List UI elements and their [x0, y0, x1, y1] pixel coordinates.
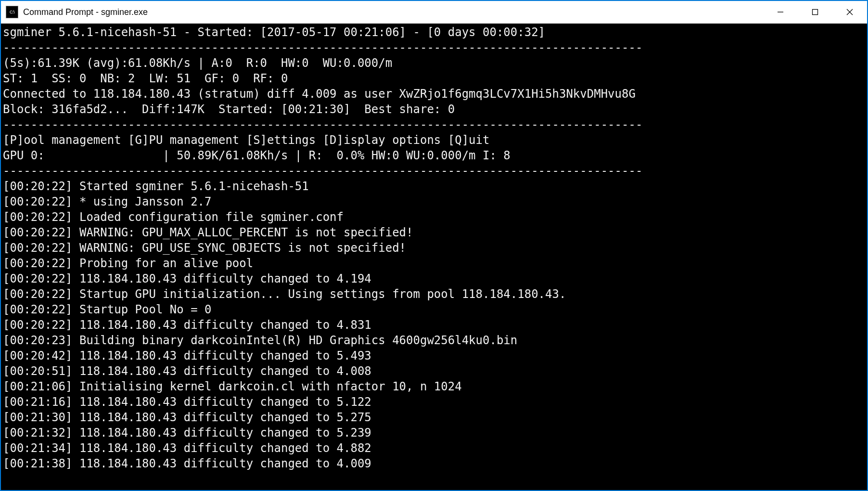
terminal-output[interactable]: sgminer 5.6.1-nicehash-51 - Started: [20…	[1, 24, 867, 490]
st-line: ST: 1 SS: 0 NB: 2 LW: 51 GF: 0 RF: 0	[3, 72, 288, 85]
svg-rect-1	[813, 10, 818, 15]
log-line: [00:20:22] Loaded configuration file sgm…	[3, 210, 344, 224]
block-line: Block: 316fa5d2... Diff:147K Started: [0…	[3, 103, 455, 116]
close-icon	[846, 8, 854, 16]
log-line: [00:20:42] 118.184.180.43 difficulty cha…	[3, 349, 371, 362]
cmd-icon: C:\	[6, 6, 18, 18]
app-window: C:\ Command Prompt - sgminer.exe sgminer…	[0, 0, 868, 491]
menu-line: [P]ool management [G]PU management [S]et…	[3, 133, 489, 147]
log-line: [00:20:23] Building binary darkcoinIntel…	[3, 334, 517, 347]
close-button[interactable]	[832, 1, 867, 23]
log-line: [00:20:22] * using Jansson 2.7	[3, 195, 211, 208]
log-line: [00:20:22] Startup Pool No = 0	[3, 303, 211, 316]
divider: ----------------------------------------…	[3, 164, 642, 178]
titlebar-left: C:\ Command Prompt - sgminer.exe	[1, 6, 148, 18]
gpu-line: GPU 0: | 50.89K/61.08Kh/s | R: 0.0% HW:0…	[3, 149, 511, 162]
window-controls	[763, 1, 867, 23]
log-line: [00:21:32] 118.184.180.43 difficulty cha…	[3, 426, 371, 439]
window-title: Command Prompt - sgminer.exe	[23, 7, 148, 17]
stats-line: (5s):61.39K (avg):61.08Kh/s | A:0 R:0 HW…	[3, 56, 392, 70]
log-line: [00:20:51] 118.184.180.43 difficulty cha…	[3, 364, 371, 378]
log-line: [00:21:30] 118.184.180.43 difficulty cha…	[3, 411, 371, 424]
log-line: [00:21:38] 118.184.180.43 difficulty cha…	[3, 457, 371, 470]
log-line: [00:20:22] 118.184.180.43 difficulty cha…	[3, 272, 371, 285]
header-line: sgminer 5.6.1-nicehash-51 - Started: [20…	[3, 26, 545, 39]
log-line: [00:21:06] Initialising kernel darkcoin.…	[3, 380, 462, 393]
divider: ----------------------------------------…	[3, 41, 642, 54]
log-line: [00:20:22] WARNING: GPU_USE_SYNC_OBJECTS…	[3, 241, 406, 255]
maximize-icon	[812, 9, 818, 15]
log-line: [00:21:34] 118.184.180.43 difficulty cha…	[3, 441, 371, 455]
log-line: [00:20:22] Startup GPU initialization...…	[3, 287, 566, 301]
log-line: [00:21:16] 118.184.180.43 difficulty cha…	[3, 395, 371, 409]
connected-line: Connected to 118.184.180.43 (stratum) di…	[3, 87, 636, 101]
log-line: [00:20:22] WARNING: GPU_MAX_ALLOC_PERCEN…	[3, 226, 413, 239]
titlebar[interactable]: C:\ Command Prompt - sgminer.exe	[1, 1, 867, 24]
divider: ----------------------------------------…	[3, 118, 642, 131]
log-line: [00:20:22] Started sgminer 5.6.1-nicehas…	[3, 180, 309, 193]
log-line: [00:20:22] 118.184.180.43 difficulty cha…	[3, 318, 371, 332]
maximize-button[interactable]	[798, 1, 832, 23]
log-line: [00:20:22] Probing for an alive pool	[3, 257, 253, 270]
minimize-icon	[777, 9, 784, 15]
minimize-button[interactable]	[763, 1, 798, 23]
